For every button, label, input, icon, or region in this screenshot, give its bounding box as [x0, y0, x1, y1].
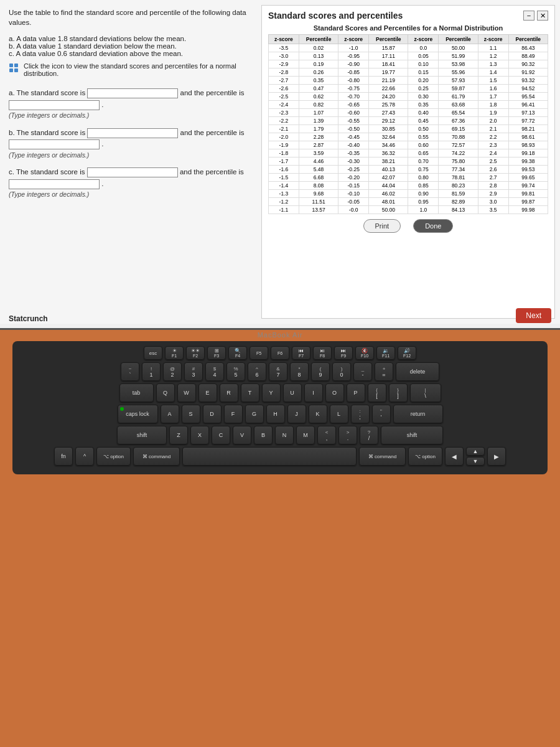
- key-e[interactable]: E: [198, 383, 217, 402]
- key-z[interactable]: Z: [169, 426, 188, 444]
- key-period[interactable]: >.: [338, 426, 357, 444]
- key-f4[interactable]: 🔍F4: [228, 346, 247, 360]
- key-h[interactable]: H: [266, 405, 285, 423]
- key-4[interactable]: $4: [205, 362, 224, 381]
- key-option-right[interactable]: ⌥ option: [408, 447, 442, 466]
- key-equals[interactable]: +=: [375, 362, 393, 381]
- next-button[interactable]: Next: [516, 308, 551, 323]
- key-shift-left[interactable]: shift: [117, 426, 167, 444]
- key-arrow-up[interactable]: ▲: [466, 447, 485, 456]
- table-title: Standard Scores and Percentiles for a No…: [268, 24, 548, 32]
- input-b-percentile[interactable]: [9, 139, 100, 149]
- key-f11[interactable]: 🔉F11: [376, 346, 395, 360]
- input-b-label: b. The standard score is: [9, 129, 85, 136]
- col-header-pct-4: Percentile: [508, 35, 548, 44]
- right-panel-title: Standard scores and percentiles: [268, 11, 403, 21]
- key-f9[interactable]: ⏭F9: [334, 346, 353, 360]
- key-c[interactable]: C: [212, 426, 230, 444]
- key-f1[interactable]: ☀F1: [165, 346, 184, 360]
- key-arrow-left[interactable]: ◀: [445, 447, 464, 466]
- key-caps-lock[interactable]: caps lock: [118, 405, 158, 423]
- key-b[interactable]: B: [254, 426, 273, 444]
- print-button[interactable]: Print: [363, 219, 401, 233]
- key-backtick[interactable]: ~`: [121, 362, 139, 381]
- key-f3[interactable]: ⊞F3: [207, 346, 226, 360]
- key-arrow-right[interactable]: ▶: [487, 447, 506, 466]
- key-slash[interactable]: ?/: [360, 426, 378, 444]
- key-esc[interactable]: esc: [144, 346, 162, 360]
- key-shift-right[interactable]: shift: [381, 426, 443, 444]
- key-p[interactable]: P: [347, 383, 365, 402]
- key-j[interactable]: J: [287, 405, 306, 423]
- key-6[interactable]: ^6: [248, 362, 266, 381]
- key-tab[interactable]: tab: [119, 383, 154, 402]
- key-comma[interactable]: <,: [317, 426, 336, 444]
- key-f6[interactable]: F6: [271, 346, 289, 360]
- key-y[interactable]: Y: [262, 383, 281, 402]
- key-f7[interactable]: ⏮F7: [292, 346, 310, 360]
- key-n[interactable]: N: [275, 426, 294, 444]
- key-x[interactable]: X: [190, 426, 209, 444]
- key-m[interactable]: M: [296, 426, 315, 444]
- key-0[interactable]: )0: [332, 362, 351, 381]
- key-f8[interactable]: ⏯F8: [313, 346, 332, 360]
- key-arrow-down[interactable]: ▼: [466, 457, 485, 466]
- key-f10[interactable]: 🔇F10: [355, 346, 374, 360]
- key-9[interactable]: (9: [311, 362, 330, 381]
- key-bracket-right[interactable]: }]: [389, 383, 408, 402]
- key-r[interactable]: R: [220, 383, 238, 402]
- key-return[interactable]: return: [393, 405, 443, 423]
- key-o[interactable]: O: [325, 383, 344, 402]
- key-minus[interactable]: _-: [353, 362, 372, 381]
- key-option-left[interactable]: ⌥ option: [96, 447, 131, 466]
- key-semicolon[interactable]: :;: [351, 405, 370, 423]
- key-fn[interactable]: fn: [54, 447, 73, 466]
- key-g[interactable]: G: [245, 405, 264, 423]
- key-command-left[interactable]: ⌘ command: [133, 447, 180, 466]
- key-f5[interactable]: F5: [250, 346, 268, 360]
- key-f2[interactable]: ☀☀F2: [186, 346, 205, 360]
- key-l[interactable]: L: [330, 405, 348, 423]
- input-c-percentile[interactable]: [9, 179, 100, 189]
- input-c-and-label: and the percentile is: [180, 168, 244, 176]
- key-quote[interactable]: "': [372, 405, 391, 423]
- input-b-score[interactable]: [87, 128, 178, 138]
- key-7[interactable]: &7: [269, 362, 287, 381]
- key-5[interactable]: %5: [226, 362, 245, 381]
- input-a-score[interactable]: [87, 88, 178, 98]
- input-a-percentile[interactable]: [9, 100, 100, 110]
- key-s[interactable]: S: [182, 405, 200, 423]
- key-k[interactable]: K: [309, 405, 327, 423]
- key-u[interactable]: U: [283, 383, 302, 402]
- key-1[interactable]: !1: [142, 362, 161, 381]
- key-bracket-left[interactable]: {[: [368, 383, 386, 402]
- col-header-pct-2: Percentile: [369, 35, 408, 44]
- key-backslash[interactable]: |\: [410, 383, 441, 402]
- key-8[interactable]: *8: [290, 362, 309, 381]
- grid-icon[interactable]: [9, 63, 20, 74]
- click-icon-row: Click the icon to view the standard scor…: [9, 62, 253, 77]
- key-3[interactable]: #3: [184, 362, 203, 381]
- key-i[interactable]: I: [304, 383, 323, 402]
- key-q[interactable]: Q: [156, 383, 175, 402]
- minimize-button[interactable]: −: [523, 11, 534, 21]
- close-button[interactable]: ✕: [537, 11, 548, 21]
- table-row: -2.80.26-0.8519.770.1555.961.491.92: [269, 68, 548, 77]
- done-button[interactable]: Done: [413, 219, 453, 233]
- key-d[interactable]: D: [203, 405, 222, 423]
- key-delete[interactable]: delete: [396, 362, 439, 381]
- key-control[interactable]: ^: [75, 447, 94, 466]
- input-c-label: c. The standard score is: [9, 168, 85, 176]
- table-row: -2.70.35-0.8021.190.2057.931.593.32: [269, 77, 548, 85]
- key-a[interactable]: A: [161, 405, 179, 423]
- key-command-right[interactable]: ⌘ command: [359, 447, 406, 466]
- input-c-score[interactable]: [87, 167, 178, 177]
- key-space[interactable]: [182, 447, 357, 466]
- key-v[interactable]: V: [233, 426, 251, 444]
- key-t[interactable]: T: [241, 383, 259, 402]
- key-f12[interactable]: 🔊F12: [398, 346, 416, 360]
- key-f[interactable]: F: [224, 405, 243, 423]
- key-w[interactable]: W: [177, 383, 196, 402]
- input-b-and-label: and the percentile is: [180, 129, 245, 136]
- key-2[interactable]: @2: [163, 362, 182, 381]
